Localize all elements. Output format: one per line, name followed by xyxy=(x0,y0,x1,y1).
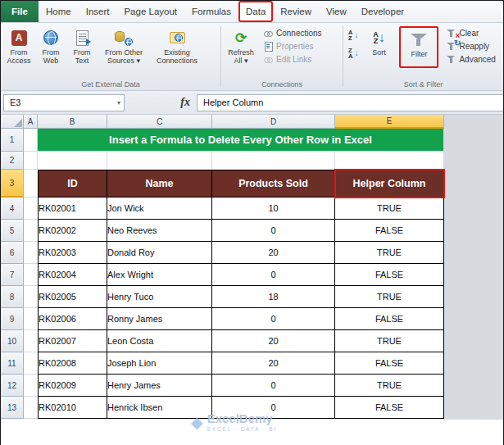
from-other-sources-button[interactable]: From Other Sources ▾ xyxy=(98,25,150,65)
row-header-3-selected[interactable]: 3 xyxy=(1,170,24,198)
tab-insert[interactable]: Insert xyxy=(79,1,117,22)
title-banner[interactable]: Insert a Formula to Delete Every Other R… xyxy=(38,129,444,152)
col-header-e-selected[interactable]: E xyxy=(335,115,444,129)
id-cell[interactable]: RK02009 xyxy=(38,375,107,397)
empty-cell[interactable] xyxy=(24,198,38,220)
products-cell[interactable]: 0 xyxy=(212,220,335,242)
helper-cell[interactable]: TRUE xyxy=(335,330,444,352)
empty-cell[interactable] xyxy=(24,308,38,330)
table-header-id[interactable]: ID xyxy=(38,170,107,198)
col-header-a[interactable]: A xyxy=(24,115,38,129)
name-cell[interactable]: Henrick Ibsen xyxy=(107,397,212,419)
helper-cell[interactable]: FALSE xyxy=(335,397,444,419)
empty-cell[interactable] xyxy=(24,375,38,397)
helper-cell[interactable]: TRUE xyxy=(335,198,444,220)
helper-cell[interactable]: FALSE xyxy=(335,352,444,375)
id-cell[interactable]: RK02006 xyxy=(38,308,107,330)
edit-links-button[interactable]: Edit Links xyxy=(264,55,322,64)
helper-cell[interactable]: FALSE xyxy=(335,264,444,286)
name-cell[interactable]: Henry Tuco xyxy=(107,286,212,308)
table-header-name[interactable]: Name xyxy=(107,170,212,198)
properties-button[interactable]: Properties xyxy=(264,42,322,51)
helper-cell[interactable]: FALSE xyxy=(335,308,444,330)
products-cell[interactable]: 20 xyxy=(212,352,335,375)
empty-cell[interactable] xyxy=(24,330,38,352)
id-cell[interactable]: RK02010 xyxy=(38,397,107,419)
row-header-13[interactable]: 13 xyxy=(1,397,24,419)
row-header-7[interactable]: 7 xyxy=(1,264,24,286)
tab-file[interactable]: File xyxy=(1,1,39,22)
helper-cell[interactable]: TRUE xyxy=(335,242,444,264)
clear-filter-button[interactable]: × Clear xyxy=(447,29,495,38)
products-cell[interactable]: 0 xyxy=(212,375,335,397)
table-header-products-sold[interactable]: Products Sold xyxy=(212,170,335,198)
sort-button[interactable]: AZ ↓ Sort xyxy=(361,25,396,65)
empty-cell[interactable] xyxy=(24,286,38,308)
existing-connections-button[interactable]: Existing Connections xyxy=(150,25,204,65)
from-web-button[interactable]: From Web xyxy=(35,25,66,65)
insert-function-button[interactable]: fx xyxy=(180,96,190,109)
tab-home[interactable]: Home xyxy=(39,1,79,22)
empty-cell[interactable] xyxy=(24,352,38,375)
empty-cell[interactable] xyxy=(38,152,107,170)
row-header-12[interactable]: 12 xyxy=(1,375,24,397)
tab-formulas[interactable]: Formulas xyxy=(184,1,238,22)
name-box[interactable]: E3 ▾ xyxy=(3,94,125,111)
empty-cell[interactable] xyxy=(24,242,38,264)
helper-cell[interactable]: TRUE xyxy=(335,286,444,308)
connections-button[interactable]: Connections xyxy=(264,29,322,38)
products-cell[interactable]: 20 xyxy=(212,330,335,352)
products-cell[interactable]: 0 xyxy=(212,308,335,330)
row-header-5[interactable]: 5 xyxy=(1,220,24,242)
select-all-corner[interactable] xyxy=(1,115,24,129)
name-cell[interactable]: Ronny James xyxy=(107,308,212,330)
reapply-filter-button[interactable]: ↻ Reapply xyxy=(447,42,495,51)
sort-ascending-button[interactable]: AZ ↓ xyxy=(347,29,360,42)
row-header-1[interactable]: 1 xyxy=(1,129,24,152)
row-header-9[interactable]: 9 xyxy=(1,308,24,330)
tab-developer[interactable]: Developer xyxy=(354,1,411,22)
row-header-6[interactable]: 6 xyxy=(1,242,24,264)
empty-cell[interactable] xyxy=(335,152,444,170)
empty-cell[interactable] xyxy=(107,152,212,170)
helper-cell[interactable]: TRUE xyxy=(335,375,444,397)
empty-cell[interactable] xyxy=(24,170,38,198)
id-cell[interactable]: RK02008 xyxy=(38,352,107,375)
name-cell[interactable]: Henry James xyxy=(107,375,212,397)
sort-descending-button[interactable]: ZA ↓ xyxy=(347,47,360,60)
from-access-button[interactable]: A From Access xyxy=(2,25,35,65)
row-header-11[interactable]: 11 xyxy=(1,352,24,375)
helper-cell[interactable]: FALSE xyxy=(335,220,444,242)
filter-button[interactable]: Filter xyxy=(399,26,438,68)
tab-review[interactable]: Review xyxy=(273,1,319,22)
from-text-button[interactable]: From Text xyxy=(66,25,98,65)
formula-input[interactable]: Helper Column xyxy=(197,94,503,111)
id-cell[interactable]: RK02003 xyxy=(38,242,107,264)
empty-cell[interactable] xyxy=(24,397,38,419)
empty-cell[interactable] xyxy=(24,129,38,152)
col-header-c[interactable]: C xyxy=(107,115,212,129)
empty-cell[interactable] xyxy=(212,152,335,170)
tab-page-layout[interactable]: Page Layout xyxy=(116,1,184,22)
table-header-helper-column[interactable]: Helper Column xyxy=(335,170,444,198)
name-cell[interactable]: Jon Wick xyxy=(107,198,212,220)
id-cell[interactable]: RK02001 xyxy=(38,198,107,220)
empty-cell[interactable] xyxy=(24,152,38,170)
empty-cell[interactable] xyxy=(24,220,38,242)
id-cell[interactable]: RK02002 xyxy=(38,220,107,242)
empty-cell[interactable] xyxy=(24,264,38,286)
products-cell[interactable]: 20 xyxy=(212,242,335,264)
id-cell[interactable]: RK02004 xyxy=(38,264,107,286)
name-cell[interactable]: Leon Costa xyxy=(107,330,212,352)
refresh-all-button[interactable]: ⟳ Refresh All ▾ xyxy=(223,25,259,65)
tab-view[interactable]: View xyxy=(319,1,354,22)
tab-data[interactable]: Data xyxy=(238,1,273,22)
namebox-dropdown-icon[interactable]: ▾ xyxy=(117,99,120,107)
products-cell[interactable]: 0 xyxy=(212,397,335,419)
advanced-filter-button[interactable]: Advanced xyxy=(447,55,495,64)
row-header-10[interactable]: 10 xyxy=(1,330,24,352)
col-header-d[interactable]: D xyxy=(212,115,335,129)
name-cell[interactable]: Alex Wright xyxy=(107,264,212,286)
products-cell[interactable]: 10 xyxy=(212,198,335,220)
products-cell[interactable]: 0 xyxy=(212,264,335,286)
